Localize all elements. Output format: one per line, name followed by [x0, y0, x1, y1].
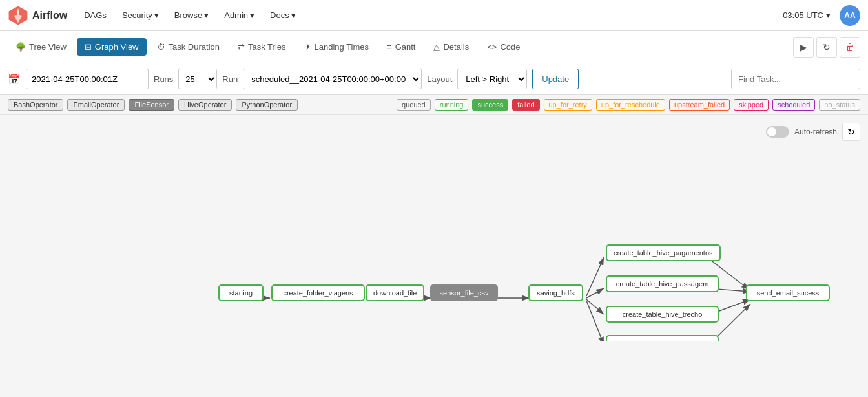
status-up-for-retry: up_for_retry — [544, 99, 592, 111]
auto-refresh-toggle[interactable] — [766, 126, 789, 138]
operator-email[interactable]: EmailOperator — [67, 99, 125, 111]
legend-bar: BashOperator EmailOperator FileSensor Hi… — [0, 95, 868, 115]
layout-select[interactable]: Left > Right Top > Down — [457, 69, 527, 89]
update-button[interactable]: Update — [532, 69, 579, 89]
status-skipped: skipped — [734, 99, 769, 111]
layout-label: Layout — [427, 74, 452, 84]
navbar: Airflow DAGs Security ▾ Browse ▾ Admin ▾… — [0, 0, 868, 31]
status-up-for-reschedule: up_for_reschedule — [596, 99, 665, 111]
tab-actions: ▶ ↻ 🗑 — [793, 37, 860, 58]
nav-time[interactable]: 03:05 UTC ▾ — [783, 10, 831, 20]
status-no-status: no_status — [819, 99, 860, 111]
dag-arrows-svg — [0, 115, 868, 341]
tab-code[interactable]: <> Code — [479, 38, 528, 56]
dag-node-create-table-hive-pagamentos[interactable]: create_table_hive_pagamentos — [606, 244, 721, 261]
svg-line-9 — [586, 288, 604, 298]
dag-node-create-table-hive-viagem[interactable]: create_table_hive_viagem — [606, 335, 719, 341]
run-select[interactable]: scheduled__2021-04-25T00:00:00+00:00 — [243, 69, 422, 89]
operator-hive[interactable]: HiveOperator — [178, 99, 232, 111]
tabs-bar: 🌳 Tree View ⊞ Graph View ⏱ Task Duration… — [0, 31, 868, 63]
svg-line-11 — [586, 301, 604, 341]
tab-tree-view[interactable]: 🌳 Tree View — [8, 38, 74, 56]
graph-area: Auto-refresh ↻ star — [0, 115, 868, 341]
operator-bash[interactable]: BashOperator — [8, 99, 63, 111]
nav-avatar[interactable]: AA — [840, 5, 860, 26]
graph-overlay-controls: Auto-refresh ↻ — [766, 123, 860, 141]
run-label: Run — [222, 74, 238, 84]
dag-node-send-email-sucess[interactable]: send_email_sucess — [746, 284, 830, 301]
dag-node-create-table-hive-passagem[interactable]: create_table_hive_passagem — [606, 275, 719, 292]
auto-refresh-label: Auto-refresh — [794, 127, 837, 136]
brand: Airflow — [8, 5, 67, 26]
tab-details[interactable]: △ Details — [426, 38, 477, 56]
nav-browse[interactable]: Browse ▾ — [168, 6, 215, 24]
nav-security[interactable]: Security ▾ — [116, 6, 165, 24]
graph-refresh-button[interactable]: ↻ — [842, 123, 860, 141]
tab-task-tries[interactable]: ⇄ Task Tries — [230, 38, 294, 56]
calendar-icon: 📅 — [8, 73, 21, 85]
svg-line-8 — [586, 257, 604, 296]
tab-graph-view[interactable]: ⊞ Graph View — [77, 38, 147, 56]
operator-filesensor[interactable]: FileSensor — [129, 99, 174, 111]
airflow-logo-icon — [8, 5, 28, 26]
nav-dags[interactable]: DAGs — [78, 6, 113, 24]
tab-gantt[interactable]: ≡ Gantt — [379, 38, 423, 56]
find-task-input[interactable] — [731, 69, 860, 89]
runs-label: Runs — [154, 74, 173, 84]
nav-docs[interactable]: Docs ▾ — [264, 6, 302, 24]
status-running: running — [435, 99, 469, 111]
status-scheduled: scheduled — [772, 99, 815, 111]
dag-node-starting[interactable]: starting — [218, 284, 264, 301]
tab-landing-times[interactable]: ✈ Landing Times — [296, 38, 377, 56]
status-success: success — [472, 99, 508, 111]
tab-task-duration[interactable]: ⏱ Task Duration — [149, 38, 227, 56]
date-input[interactable] — [26, 69, 149, 89]
run-button[interactable]: ▶ — [793, 37, 814, 58]
dag-node-saving-hdfs[interactable]: saving_hdfs — [528, 284, 583, 301]
dag-node-sensor-file-csv[interactable]: sensor_file_csv — [430, 284, 498, 301]
status-queued: queued — [397, 99, 431, 111]
brand-name: Airflow — [32, 10, 67, 21]
dag-node-create-folder-viagens[interactable]: create_folder_viagens — [271, 284, 365, 301]
status-upstream-failed: upstream_failed — [669, 99, 730, 111]
dag-node-download-file[interactable]: download_file — [366, 284, 424, 301]
controls-bar: 📅 Runs 25 Run scheduled__2021-04-25T00:0… — [0, 63, 868, 95]
nav-admin[interactable]: Admin ▾ — [218, 6, 261, 24]
dag-node-create-table-hive-trecho[interactable]: create_table_hive_trecho — [606, 306, 719, 323]
operator-python[interactable]: PythonOperator — [236, 99, 298, 111]
svg-line-10 — [586, 299, 604, 314]
status-failed: failed — [512, 99, 539, 111]
runs-select[interactable]: 25 — [178, 69, 217, 89]
refresh-button[interactable]: ↻ — [816, 37, 837, 58]
delete-button[interactable]: 🗑 — [840, 37, 860, 58]
